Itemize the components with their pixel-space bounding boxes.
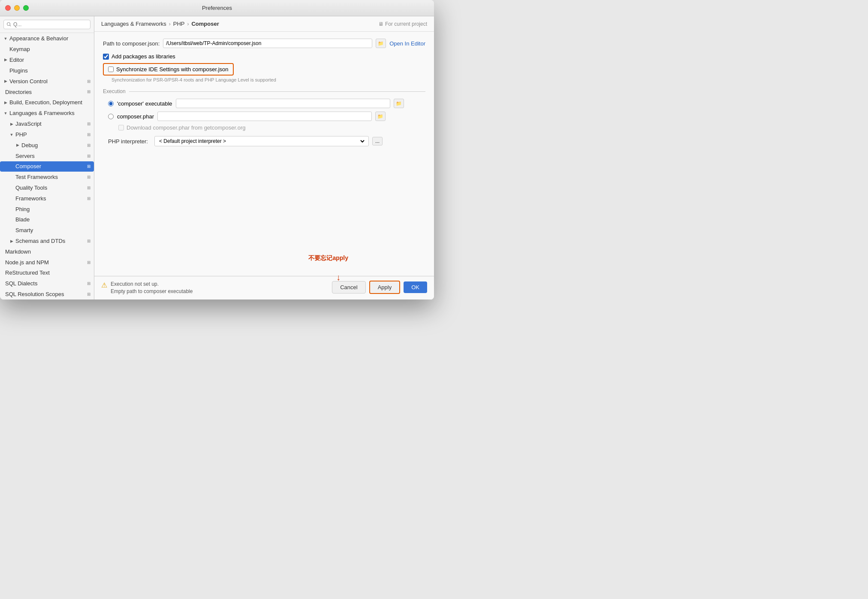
interpreter-row: PHP interpreter: < Default project inter…	[108, 136, 425, 146]
close-button[interactable]	[5, 5, 11, 11]
breadcrumb-languages-frameworks: Languages & Frameworks	[101, 21, 166, 27]
sidebar-item-editor[interactable]: Editor	[0, 54, 94, 65]
sidebar-item-composer[interactable]: Composer ⊞	[0, 161, 94, 172]
sidebar-item-nodejs-npm[interactable]: Node.js and NPM ⊞	[0, 257, 94, 268]
copy-icon: ⊞	[87, 132, 90, 137]
sidebar-item-label: Markdown	[5, 248, 31, 255]
for-current-project: 🖥 For current project	[378, 21, 427, 27]
sidebar-item-languages-frameworks[interactable]: Languages & Frameworks	[0, 108, 94, 118]
composer-folder-button[interactable]: 📁	[394, 99, 404, 108]
sidebar-item-label: Blade	[15, 216, 30, 223]
path-row: Path to composer.json: 📁 Open In Editor	[103, 39, 425, 48]
copy-icon: ⊞	[87, 185, 90, 190]
sidebar-item-schemas-dtds[interactable]: Schemas and DTDs ⊞	[0, 236, 94, 246]
arrow-icon	[3, 36, 8, 41]
bottom-container: 不要忘记apply ↓ ⚠ Execution not set up. Empt…	[94, 276, 434, 300]
project-icon: 🖥	[378, 21, 383, 27]
sidebar-item-label: SQL Resolution Scopes	[5, 291, 64, 297]
sidebar-item-frameworks[interactable]: Frameworks ⊞	[0, 193, 94, 204]
interpreter-dropdown[interactable]: < Default project interpreter >	[157, 138, 366, 145]
sidebar-item-label: Smarty	[15, 227, 33, 233]
sidebar-item-phing[interactable]: Phing	[0, 204, 94, 215]
arrow-icon	[3, 79, 8, 83]
sidebar-item-version-control[interactable]: Version Control ⊞	[0, 76, 94, 87]
sync-checkbox[interactable]	[108, 67, 114, 72]
sidebar-item-label: Composer	[15, 163, 41, 169]
sidebar-item-debug[interactable]: Debug ⊞	[0, 140, 94, 151]
composer-executable-input[interactable]	[176, 99, 390, 108]
sidebar-item-label: JavaScript	[15, 121, 42, 127]
arrow-icon	[3, 57, 8, 62]
annotation-arrow-icon: ↓	[336, 272, 341, 282]
composer-executable-radio[interactable]	[108, 101, 114, 106]
sidebar-item-label: Editor	[9, 57, 24, 63]
cancel-button[interactable]: Cancel	[332, 281, 365, 293]
sidebar-item-markdown[interactable]: Markdown	[0, 246, 94, 257]
composer-phar-folder-button[interactable]: 📁	[375, 112, 386, 121]
sidebar-item-build-exec[interactable]: Build, Execution, Deployment	[0, 97, 94, 108]
sidebar-item-test-frameworks[interactable]: Test Frameworks ⊞	[0, 172, 94, 182]
sidebar-item-sql-resolution-scopes[interactable]: SQL Resolution Scopes ⊞	[0, 289, 94, 300]
minimize-button[interactable]	[14, 5, 20, 11]
copy-icon: ⊞	[87, 143, 90, 148]
ok-button[interactable]: OK	[404, 281, 427, 293]
sidebar-item-smarty[interactable]: Smarty	[0, 225, 94, 236]
arrow-icon	[9, 239, 14, 243]
sidebar-item-blade[interactable]: Blade	[0, 215, 94, 225]
folder-button[interactable]: 📁	[376, 39, 386, 48]
search-box[interactable]	[0, 16, 94, 33]
copy-icon: ⊞	[87, 175, 90, 179]
sidebar-item-servers[interactable]: Servers ⊞	[0, 151, 94, 161]
arrow-icon	[3, 100, 8, 105]
path-input[interactable]	[163, 39, 372, 48]
sidebar-item-plugins[interactable]: Plugins	[0, 65, 94, 76]
copy-icon: ⊞	[87, 154, 90, 158]
warning-text: Execution not set up. Empty path to comp…	[111, 281, 193, 295]
composer-phar-input[interactable]	[157, 112, 372, 121]
composer-phar-radio[interactable]	[108, 114, 114, 119]
maximize-button[interactable]	[23, 5, 29, 11]
add-packages-row: Add packages as libraries	[103, 53, 425, 60]
interpreter-more-button[interactable]: ...	[372, 137, 383, 145]
search-input[interactable]	[3, 20, 90, 29]
sidebar-item-javascript[interactable]: JavaScript ⊞	[0, 118, 94, 129]
download-checkbox-row: Download composer.phar from getcomposer.…	[118, 124, 425, 131]
interpreter-select[interactable]: < Default project interpreter >	[154, 136, 369, 146]
sync-label: Synchronize IDE Settings with composer.j…	[116, 66, 229, 73]
composer-executable-label: 'composer' executable	[117, 100, 172, 107]
download-checkbox[interactable]	[118, 125, 124, 130]
copy-icon: ⊞	[87, 281, 90, 286]
sidebar-item-label: Keymap	[9, 46, 30, 52]
breadcrumb: Languages & Frameworks › PHP › Composer …	[94, 16, 434, 32]
sidebar: Appearance & Behavior Keymap Editor Plug…	[0, 16, 94, 300]
sidebar-item-php[interactable]: PHP ⊞	[0, 129, 94, 140]
sidebar-item-sql-dialects[interactable]: SQL Dialects ⊞	[0, 278, 94, 289]
sidebar-item-appearance-behavior[interactable]: Appearance & Behavior	[0, 33, 94, 44]
for-project-label: For current project	[385, 21, 427, 27]
arrow-icon	[3, 111, 8, 115]
copy-icon: ⊞	[87, 292, 90, 296]
add-packages-checkbox[interactable]	[103, 54, 109, 60]
warning-icon: ⚠	[101, 281, 107, 289]
sidebar-item-label: Build, Execution, Deployment	[9, 99, 82, 106]
open-in-editor-link[interactable]: Open In Editor	[389, 40, 425, 47]
sidebar-item-quality-tools[interactable]: Quality Tools ⊞	[0, 182, 94, 193]
sidebar-item-label: Appearance & Behavior	[9, 35, 68, 42]
copy-icon: ⊞	[87, 260, 90, 265]
sidebar-item-label: Plugins	[9, 67, 28, 74]
sidebar-item-label: Test Frameworks	[15, 174, 58, 180]
apply-button[interactable]: Apply	[369, 281, 401, 294]
bottom-bar: ⚠ Execution not set up. Empty path to co…	[94, 276, 434, 300]
title-bar: Preferences	[0, 0, 434, 16]
arrow-icon	[9, 122, 14, 126]
interpreter-label: PHP interpreter:	[108, 138, 151, 145]
sidebar-item-label: Node.js and NPM	[5, 259, 49, 266]
sidebar-item-label: Quality Tools	[15, 185, 47, 191]
breadcrumb-sep-2: ›	[187, 21, 189, 27]
sidebar-item-restructured-text[interactable]: ReStructured Text	[0, 268, 94, 278]
sidebar-item-directories[interactable]: Directories ⊞	[0, 87, 94, 97]
main-content: Appearance & Behavior Keymap Editor Plug…	[0, 16, 434, 300]
arrow-icon	[9, 133, 14, 137]
window-controls	[5, 5, 29, 11]
sidebar-item-keymap[interactable]: Keymap	[0, 44, 94, 54]
